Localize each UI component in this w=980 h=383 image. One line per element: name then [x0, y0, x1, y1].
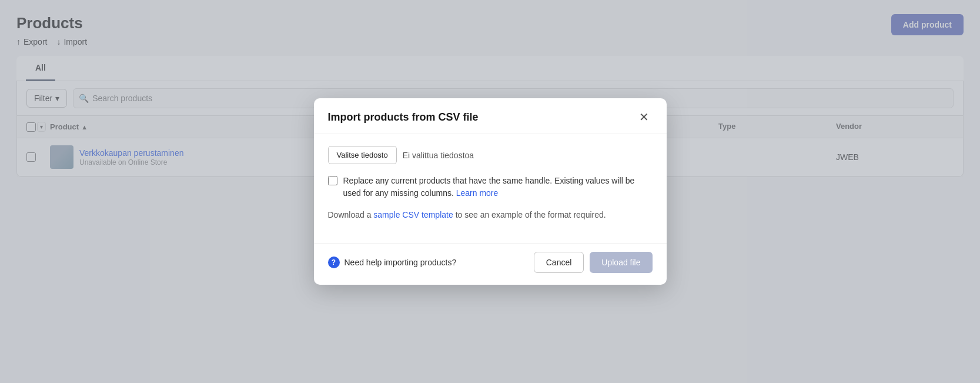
modal-footer: ? Need help importing products? Cancel U… [314, 243, 667, 285]
file-name-display: Ei valittua tiedostoa [403, 151, 474, 160]
modal-backdrop: Import products from CSV file ✕ Valitse … [0, 0, 980, 383]
cancel-button[interactable]: Cancel [534, 252, 584, 273]
replace-checkbox-row: Replace any current products that have t… [328, 175, 653, 199]
modal-body: Valitse tiedosto Ei valittua tiedostoa R… [314, 134, 667, 243]
help-row: ? Need help importing products? [328, 257, 457, 268]
replace-checkbox[interactable] [328, 176, 337, 185]
download-text: Download a sample CSV template to see an… [328, 210, 653, 219]
help-text: Need help importing products? [344, 258, 457, 267]
file-upload-row: Valitse tiedosto Ei valittua tiedostoa [328, 146, 653, 164]
replace-label: Replace any current products that have t… [343, 175, 653, 199]
choose-file-button[interactable]: Valitse tiedosto [328, 146, 397, 164]
footer-buttons: Cancel Upload file [534, 252, 653, 273]
help-icon: ? [328, 257, 340, 268]
learn-more-link[interactable]: Learn more [456, 188, 499, 198]
modal-title: Import products from CSV file [328, 111, 479, 124]
import-modal: Import products from CSV file ✕ Valitse … [314, 98, 667, 285]
sample-csv-link[interactable]: sample CSV template [373, 210, 453, 219]
modal-header: Import products from CSV file ✕ [314, 98, 667, 134]
upload-button[interactable]: Upload file [590, 252, 652, 273]
close-modal-button[interactable]: ✕ [636, 110, 653, 124]
